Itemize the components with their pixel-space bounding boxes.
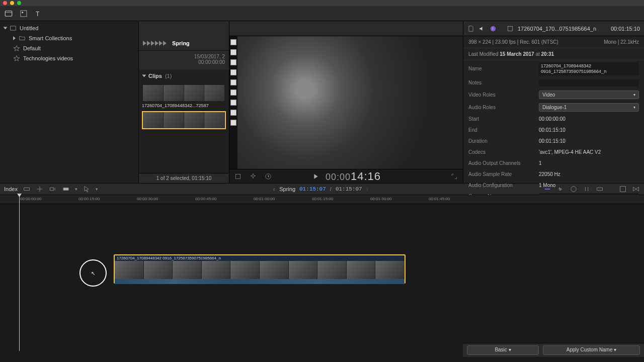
audio-roles-select[interactable]: Dialogue-1▾: [539, 103, 639, 112]
timeline-ruler[interactable]: 00:00:00:00 00:00:15:00 00:00:30:00 00:0…: [0, 195, 644, 204]
viewer-panel: 00:0014:16: [229, 21, 463, 183]
save-icon[interactable]: [467, 25, 474, 32]
notes-field[interactable]: [539, 79, 639, 86]
metadata-view-select[interactable]: Basic ▾: [467, 345, 539, 355]
retime-tool-icon[interactable]: [265, 173, 272, 180]
timeline-view-icon[interactable]: [596, 185, 604, 193]
inspector-panel: i 17260704_170...0751985664_n 00:01:15:1…: [463, 21, 644, 183]
index-button[interactable]: Index: [4, 186, 18, 192]
append-clip-icon[interactable]: [49, 185, 57, 193]
window-titlebar: [0, 0, 644, 6]
info-icon[interactable]: i: [490, 25, 497, 32]
sidebar-item-label: Default: [23, 45, 41, 51]
timeline-clip-label: 17260704_17089448342 0916_17258735907519…: [115, 255, 405, 261]
transitions-browser-icon[interactable]: [632, 185, 640, 193]
library-icon[interactable]: [4, 9, 13, 18]
svg-text:T: T: [36, 10, 40, 17]
insert-clip-icon[interactable]: [36, 185, 44, 193]
duration-value: 00:01:15:10: [539, 138, 639, 144]
titles-icon[interactable]: T: [34, 9, 43, 18]
disclosure-icon: [142, 75, 146, 77]
minimize-window-icon[interactable]: [10, 1, 14, 5]
event-star-icon: [13, 55, 20, 62]
clips-disclosure[interactable]: Clips (1): [139, 70, 229, 82]
close-window-icon[interactable]: [3, 1, 7, 5]
folder-icon: [19, 35, 26, 42]
sidebar-item-default[interactable]: Default: [0, 43, 138, 53]
drag-cursor-icon: ↖: [79, 259, 107, 287]
scope-checkbox[interactable]: [230, 49, 236, 55]
browser-clip[interactable]: 17260704_17089448342...72587: [142, 84, 226, 109]
film-icon: [507, 25, 514, 32]
svg-rect-0: [5, 11, 12, 16]
sidebar-item-smart-collections[interactable]: Smart Collections: [0, 33, 138, 43]
skimming-icon[interactable]: [543, 185, 551, 193]
name-field[interactable]: 17260704_17089448342 0916_17258735907519…: [539, 62, 639, 75]
disclosure-icon[interactable]: [13, 36, 16, 40]
samplerate-value: 22050 Hz: [539, 171, 639, 177]
connect-clip-icon[interactable]: [23, 185, 31, 193]
video-roles-select[interactable]: Video▾: [539, 90, 639, 99]
scope-toggles: [229, 36, 237, 169]
arrow-tool-icon[interactable]: [83, 185, 91, 193]
inspector-header: i 17260704_170...0751985664_n 00:01:15:1…: [463, 21, 644, 36]
library-sidebar: Untitled Smart Collections Default Techn…: [0, 21, 139, 183]
svg-marker-9: [14, 56, 20, 61]
scope-checkbox[interactable]: [230, 89, 236, 96]
volume-icon[interactable]: [478, 25, 486, 32]
enhance-tool-icon[interactable]: [250, 173, 257, 180]
clip-name-label: 17260704_17089448342...72587: [142, 102, 226, 109]
svg-rect-17: [24, 188, 30, 190]
svg-point-20: [571, 187, 577, 192]
sidebar-item-label: Technologies videos: [23, 55, 73, 61]
disclosure-icon[interactable]: [4, 27, 8, 30]
maximize-window-icon[interactable]: [17, 1, 21, 5]
timeline-tracks[interactable]: 17260704_17089448342 0916_17258735907519…: [0, 204, 644, 350]
browser-clip-selected[interactable]: [142, 111, 226, 129]
timeline-duration: 01:15:07: [336, 186, 362, 192]
sidebar-item-technologies[interactable]: Technologies videos: [0, 53, 138, 63]
apply-custom-name-button[interactable]: Apply Custom Name ▾: [543, 345, 640, 355]
timeline-back-icon[interactable]: ‹: [273, 185, 276, 193]
scope-checkbox[interactable]: [230, 39, 236, 45]
browser-header: Spring: [139, 21, 229, 51]
scope-checkbox[interactable]: [230, 100, 236, 106]
svg-rect-19: [63, 188, 69, 190]
browser-footer: 1 of 2 selected, 01:15:10: [139, 173, 229, 183]
audio-skimming-icon[interactable]: [556, 185, 565, 193]
transform-tool-icon[interactable]: [234, 173, 242, 180]
inspector-metadata-summary: 398 × 224 | 23.90 fps | Rec. 601 (NTSC) …: [463, 36, 644, 48]
sidebar-item-untitled[interactable]: Untitled: [0, 23, 138, 33]
photos-icon[interactable]: [19, 9, 28, 18]
scope-checkbox[interactable]: [230, 59, 236, 65]
svg-rect-18: [50, 188, 54, 190]
timeline-clip[interactable]: 17260704_17089448342 0916_17258735907519…: [114, 254, 406, 284]
library-star-icon: [10, 25, 17, 32]
skimmer-chevrons-icon: [143, 41, 167, 46]
timeline-area[interactable]: 00:00:00:00 00:00:15:00 00:00:30:00 00:0…: [0, 195, 644, 351]
inspector-footer: Basic ▾ Apply Custom Name ▾: [463, 343, 644, 357]
scope-checkbox[interactable]: [230, 69, 236, 75]
overwrite-clip-icon[interactable]: [62, 185, 70, 193]
codecs-value: 'avc1', MPEG-4 HE AAC V2: [539, 149, 639, 155]
fullscreen-icon[interactable]: [451, 173, 458, 180]
browser-title: Spring: [172, 40, 190, 46]
solo-icon[interactable]: [570, 185, 578, 193]
play-button[interactable]: [311, 172, 319, 180]
svg-rect-7: [11, 26, 16, 30]
svg-rect-10: [235, 174, 240, 178]
scope-checkbox[interactable]: [230, 120, 236, 126]
svg-marker-8: [14, 46, 20, 51]
inspector-clip-name: 17260704_170...0751985664_n: [518, 26, 607, 32]
browser-meta: 15/03/2017, 2 00:00:00:00: [139, 51, 229, 70]
snapping-icon[interactable]: [583, 185, 591, 193]
clip-browser: Spring 15/03/2017, 2 00:00:00:00 Clips (…: [139, 21, 229, 183]
video-display[interactable]: [237, 36, 463, 169]
main-toolbar: T: [0, 6, 644, 21]
inspector-duration: 00:01:15:10: [611, 26, 640, 32]
scope-checkbox[interactable]: [230, 110, 236, 116]
scope-checkbox[interactable]: [230, 79, 236, 85]
timeline-project-name: Spring: [279, 186, 295, 192]
effects-browser-icon[interactable]: [619, 185, 627, 193]
svg-rect-22: [620, 187, 626, 192]
